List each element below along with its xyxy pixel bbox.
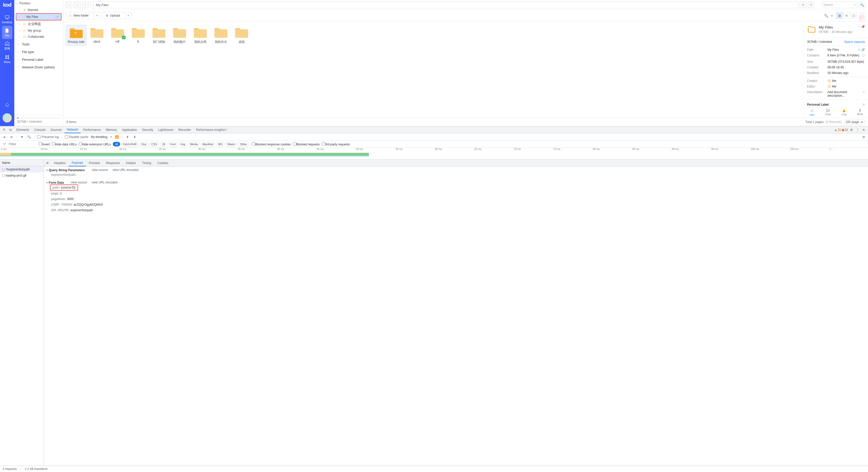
nav-forward-button[interactable]: ›: [74, 2, 81, 8]
copy-path-icon[interactable]: ⧉ 🔗: [858, 48, 865, 52]
formdata-section-title[interactable]: Form Data: [46, 181, 64, 185]
filter-chip-media[interactable]: Media: [188, 142, 200, 147]
nav-up-button[interactable]: ↑: [82, 2, 89, 8]
tab-meta[interactable]: 🗄Meta: [852, 108, 868, 117]
devtools-tab-performance-insights[interactable]: Performance insights ⬡: [193, 126, 229, 133]
filter-input[interactable]: [9, 142, 37, 146]
filter-chip-wasm[interactable]: Wasm: [225, 142, 237, 147]
errors-badge[interactable]: ◉ 21: [842, 128, 848, 132]
upload-button[interactable]: ⬆Upload▼: [103, 12, 132, 19]
file-item[interactable]: 我的图片: [169, 25, 190, 46]
devtools-tab-lighthouse[interactable]: Lighthouse: [156, 126, 176, 133]
blocked-requests-checkbox[interactable]: Blocked requests: [293, 142, 320, 146]
devtools-tab-console[interactable]: Console: [32, 126, 48, 133]
file-item[interactable]: ↗nifi: [107, 25, 128, 46]
inspector-tab-payload[interactable]: Payload: [69, 159, 86, 166]
per-page-select[interactable]: 100 /page▴▾: [844, 119, 865, 125]
file-item[interactable]: +Privacy safe: [66, 25, 87, 46]
rail-file[interactable]: File: [2, 26, 12, 39]
user-avatar-float[interactable]: [858, 14, 866, 22]
tree-item-enterprise[interactable]: ›🗀企业网盘: [14, 21, 63, 28]
filter-chip-font[interactable]: Font: [168, 142, 178, 147]
tree-item-starred[interactable]: ›★Starred: [14, 7, 63, 13]
tab-log[interactable]: 🔔Log: [836, 108, 852, 117]
close-inspector-icon[interactable]: ✕: [44, 161, 51, 165]
breadcrumb[interactable]: ⌂My Files›: [90, 2, 798, 8]
file-item[interactable]: 我的文档: [190, 25, 211, 46]
filter-chip-fetch-xhr[interactable]: Fetch/XHR: [121, 142, 139, 147]
filter-chip-js[interactable]: JS: [160, 142, 167, 147]
inspector-tab-preview[interactable]: Preview: [86, 159, 103, 166]
settings-icon[interactable]: ⚙: [848, 128, 854, 132]
hide-data-urls-checkbox[interactable]: Hide data URLs: [52, 142, 77, 146]
filter-chip-other[interactable]: Other: [238, 142, 249, 147]
record-button[interactable]: ●: [2, 135, 7, 139]
blocked-cookies-checkbox[interactable]: Blocked response cookies: [252, 142, 290, 146]
invert-checkbox[interactable]: Invert: [39, 142, 50, 146]
request-row[interactable]: loading-pin3.gif: [0, 172, 43, 179]
inspector-tab-headers[interactable]: Headers: [51, 159, 69, 166]
tree-item-mygroup[interactable]: ›🗀My group: [14, 28, 63, 34]
zoom-icon[interactable]: 🔍: [824, 14, 828, 18]
qsp-section-title[interactable]: Query String Parameters: [46, 168, 85, 172]
warnings-badge[interactable]: ▲ 20: [834, 128, 841, 132]
close-devtools-icon[interactable]: ✕: [861, 128, 866, 132]
nav-back-button[interactable]: ‹: [66, 2, 72, 8]
preserve-log-checkbox[interactable]: Preserve log: [37, 135, 59, 139]
inspect-element-icon[interactable]: ⇱: [2, 128, 7, 132]
file-grid[interactable]: +Privacy safeabcd↗nifitt部门周报我的图片我的文档我的音乐…: [63, 22, 804, 118]
description-input[interactable]: Add document description...: [828, 90, 860, 97]
tab-info[interactable]: ⓘInfo: [804, 108, 820, 117]
star-icon[interactable]: ☆: [857, 25, 860, 29]
devtools-tab-sources[interactable]: Sources: [48, 126, 64, 133]
filter-chip-img[interactable]: Img: [179, 142, 187, 147]
search-network-icon[interactable]: 🔍: [27, 135, 31, 139]
new-folder-button[interactable]: 🗀New folder▼: [66, 12, 100, 19]
devtools-tab-performance[interactable]: Performance: [81, 126, 103, 133]
filter-chip-doc[interactable]: Doc: [140, 142, 149, 147]
filter-chip-ws[interactable]: WS: [216, 142, 224, 147]
favorite-button[interactable]: ★: [800, 2, 806, 8]
network-timeline[interactable]: 5 ms10 ms15 ms20 ms25 ms30 ms35 ms40 ms4…: [0, 148, 868, 159]
thirdparty-checkbox[interactable]: 3rd-party requests: [322, 142, 350, 146]
refresh-button[interactable]: ⟳: [808, 2, 814, 8]
tree-item-myfiles[interactable]: ›⌂My Files▾: [16, 13, 61, 21]
upload-dropdown-icon[interactable]: ▼: [125, 12, 131, 19]
filter-chip-css[interactable]: CSS: [149, 142, 159, 147]
inspector-tab-cookies[interactable]: Cookies: [154, 159, 171, 166]
hide-extension-urls-checkbox[interactable]: Hide extension URLs: [79, 142, 111, 146]
formdata-view-url-encoded[interactable]: view URL-encoded: [92, 181, 117, 184]
pin-icon[interactable]: 📌: [861, 25, 865, 29]
search-button[interactable]: 🔍: [859, 2, 865, 8]
view-icons-button[interactable]: ▦: [836, 12, 842, 19]
rail-more[interactable]: More: [2, 52, 12, 66]
inspector-tab-timing[interactable]: Timing: [139, 159, 154, 166]
import-har-icon[interactable]: ⬆: [125, 135, 130, 139]
search-input[interactable]: Search▾: [822, 2, 857, 8]
filter-icon[interactable]: ▽: [2, 143, 7, 146]
file-item[interactable]: 我的音乐: [211, 25, 231, 46]
avatar[interactable]: [3, 113, 12, 123]
clear-button[interactable]: ⊘: [9, 135, 14, 139]
info-icon[interactable]: ⓘ: [862, 54, 865, 58]
tree-position-header[interactable]: ›Position: [14, 0, 63, 7]
filter-toggle-icon[interactable]: ▼: [20, 135, 24, 139]
device-toggle-icon[interactable]: ⧉: [8, 128, 13, 132]
tree-section-personal-label[interactable]: ›Personal Label: [14, 57, 63, 63]
tree-item-collaborate[interactable]: ›🗀Collaborate: [14, 34, 63, 40]
export-har-icon[interactable]: ⬇: [132, 135, 137, 139]
inspector-tab-initiator[interactable]: Initiator: [123, 159, 139, 166]
tree-section-network-driver[interactable]: ›Network Driver (admin): [14, 64, 63, 70]
rail-official[interactable]: 官网: [2, 39, 12, 52]
add-label-icon[interactable]: ⊕: [862, 103, 865, 106]
more-icon[interactable]: ⋮: [855, 128, 860, 132]
tab-chat[interactable]: 💬Chat: [820, 108, 836, 117]
network-conditions-icon[interactable]: 📶: [115, 135, 119, 139]
tree-item-options-icon[interactable]: ▾: [55, 15, 59, 19]
throttling-select[interactable]: No throttling: [91, 135, 107, 139]
bell-icon[interactable]: [5, 103, 9, 108]
tree-section-tools[interactable]: ›Tools: [14, 41, 63, 48]
view-columns-button[interactable]: ▯▯: [851, 12, 857, 19]
devtools-tab-recorder[interactable]: Recorder: [176, 126, 193, 133]
devtools-tab-memory[interactable]: Memory: [103, 126, 119, 133]
